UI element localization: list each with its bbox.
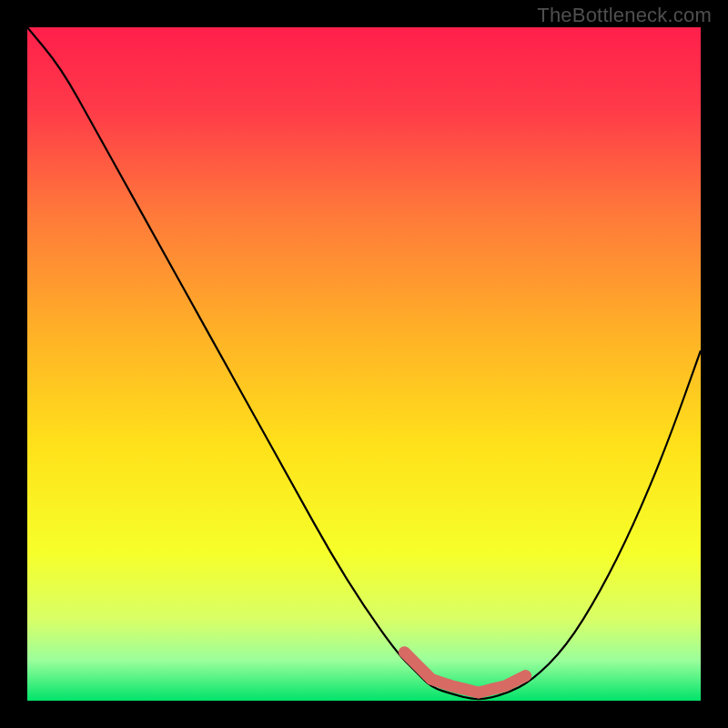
plot-area (27, 27, 701, 701)
watermark-text: TheBottleneck.com (537, 4, 712, 27)
bottleneck-chart (27, 27, 701, 701)
chart-frame: TheBottleneck.com (0, 0, 728, 728)
optimal-range-start-dot (399, 647, 410, 658)
gradient-background (27, 27, 701, 701)
